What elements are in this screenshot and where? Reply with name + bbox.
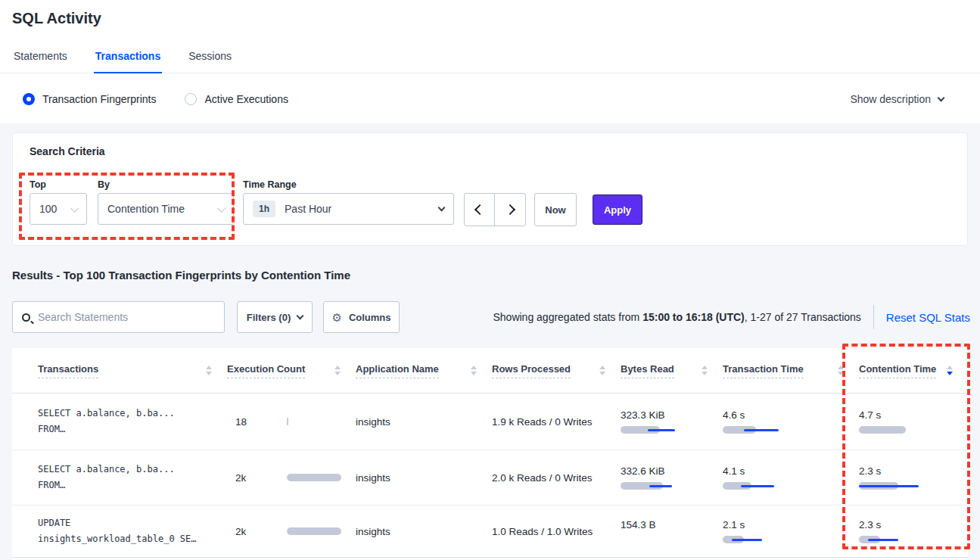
- transactions-table: Transactions Execution Count Application…: [12, 348, 968, 560]
- top-select-value: 100: [39, 203, 57, 215]
- time-range-value: Past Hour: [285, 203, 331, 215]
- contention-time-cell: 2.3 s: [859, 450, 968, 505]
- time-range-select[interactable]: 1h Past Hour: [243, 193, 454, 225]
- radio-selected-icon: [23, 93, 35, 105]
- transaction-time-cell: 4.6 s: [723, 394, 859, 450]
- sort-icon: [702, 366, 708, 375]
- chevron-down-icon: [938, 94, 945, 101]
- time-range-next-button[interactable]: [495, 194, 525, 226]
- view-toggle-bar: Transaction Fingerprints Active Executio…: [0, 74, 980, 123]
- execution-count-cell: 2k: [227, 450, 356, 505]
- transaction-fingerprint-link[interactable]: SELECT a.balance, b.ba... FROM…: [38, 450, 227, 505]
- sql-activity-page: SQL Activity Statements Transactions Ses…: [0, 0, 980, 560]
- columns-button-label: Columns: [349, 312, 391, 323]
- chevron-down-icon: [217, 204, 226, 213]
- time-range-prev-button[interactable]: [465, 194, 495, 226]
- radio-active-executions[interactable]: Active Executions: [185, 93, 288, 105]
- tab-transactions[interactable]: Transactions: [94, 50, 162, 73]
- results-heading: Results - Top 100 Transaction Fingerprin…: [12, 269, 350, 282]
- time-range-arrows: [464, 193, 526, 226]
- sort-icon-active-desc: [947, 366, 953, 375]
- column-header-rows-processed[interactable]: Rows Processed: [492, 363, 621, 378]
- by-label: By: [98, 179, 110, 190]
- transaction-time-bar: [723, 482, 783, 490]
- transaction-fingerprint-link[interactable]: UPDATE insights_workload_table_0 SE…: [38, 506, 227, 557]
- filters-button-label: Filters (0): [247, 312, 291, 323]
- show-description-label: Show description: [850, 93, 931, 105]
- column-header-transaction-time[interactable]: Transaction Time: [723, 363, 859, 378]
- transaction-time-cell: 4.1 s: [723, 450, 859, 505]
- table-row: SELECT a.balance, b.ba... FROM… 2k insig…: [12, 450, 968, 506]
- aggregated-stats-text: Showing aggregated stats from 15:00 to 1…: [493, 311, 860, 323]
- gear-icon: ⚙: [331, 312, 341, 323]
- bytes-read-bar: [621, 426, 681, 434]
- transaction-fingerprint-link[interactable]: SELECT a.balance, b.ba... FROM…: [38, 394, 227, 450]
- execution-count-cell: 18: [227, 394, 356, 450]
- stats-suffix: , 1-27 of 27 Transactions: [745, 311, 861, 323]
- by-select[interactable]: Contention Time: [98, 193, 234, 225]
- table-header-row: Transactions Execution Count Application…: [12, 348, 968, 394]
- column-header-application-name[interactable]: Application Name: [356, 363, 492, 378]
- time-range-label: Time Range: [243, 179, 297, 190]
- execution-count-bar: [287, 418, 347, 425]
- execution-count-cell: 2k: [227, 506, 356, 557]
- bytes-read-bar: [621, 482, 681, 490]
- top-label: Top: [30, 179, 46, 190]
- sort-icon: [599, 366, 605, 375]
- rows-processed-cell: 1.9 k Reads / 0 Writes: [492, 394, 621, 450]
- search-statements-input[interactable]: [38, 311, 215, 323]
- bytes-read-bar: [621, 536, 681, 543]
- search-statements-box: [12, 301, 225, 333]
- time-range-badge: 1h: [253, 201, 275, 217]
- rows-processed-cell: 1.0 Reads / 1.0 Writes: [492, 506, 621, 557]
- application-name-cell: insights: [356, 506, 492, 557]
- execution-count-bar: [287, 527, 347, 535]
- sort-icon: [838, 366, 844, 375]
- columns-button[interactable]: ⚙ Columns: [323, 301, 400, 333]
- table-row: UPDATE insights_workload_table_0 SE… 2k …: [12, 506, 968, 558]
- tab-sessions[interactable]: Sessions: [187, 50, 233, 73]
- search-criteria-heading: Search Criteria: [30, 145, 105, 157]
- toolbar-right: Showing aggregated stats from 15:00 to 1…: [493, 301, 970, 333]
- chevron-left-icon: [474, 204, 484, 215]
- stats-prefix: Showing aggregated stats from: [493, 311, 642, 323]
- contention-time-bar: [859, 536, 919, 543]
- application-name-cell: insights: [356, 394, 492, 450]
- contention-time-bar: [859, 482, 919, 490]
- apply-button[interactable]: Apply: [593, 194, 642, 225]
- table-row: SELECT a.balance, b.ba... FROM… 18 insig…: [12, 394, 968, 450]
- radio-label: Active Executions: [204, 93, 288, 105]
- chevron-down-icon: [70, 204, 79, 213]
- stats-time-range: 15:00 to 16:18 (UTC): [642, 311, 745, 323]
- now-button[interactable]: Now: [534, 193, 577, 226]
- column-header-transactions[interactable]: Transactions: [38, 363, 227, 378]
- radio-transaction-fingerprints[interactable]: Transaction Fingerprints: [23, 93, 156, 105]
- column-header-bytes-read[interactable]: Bytes Read: [621, 363, 723, 378]
- page-header: SQL Activity Statements Transactions Ses…: [0, 0, 980, 73]
- column-header-contention-time[interactable]: Contention Time: [859, 363, 968, 378]
- transaction-time-cell: 2.1 s: [723, 506, 859, 557]
- search-icon: [22, 313, 30, 322]
- contention-time-bar: [859, 426, 919, 434]
- sort-icon: [471, 366, 477, 375]
- top-select[interactable]: 100: [30, 193, 87, 225]
- show-description-toggle[interactable]: Show description: [850, 93, 957, 105]
- contention-time-cell: 2.3 s: [859, 506, 968, 557]
- transaction-time-bar: [723, 536, 783, 543]
- radio-label: Transaction Fingerprints: [42, 93, 156, 105]
- rows-processed-cell: 2.0 k Reads / 0 Writes: [492, 450, 621, 505]
- transaction-time-bar: [723, 426, 783, 434]
- sort-icon: [206, 366, 212, 375]
- tab-statements[interactable]: Statements: [12, 50, 69, 73]
- bytes-read-cell: 323.3 KiB: [621, 394, 723, 450]
- search-criteria-card: Search Criteria Top By Time Range 100 Co…: [12, 132, 968, 246]
- by-select-value: Contention Time: [107, 203, 185, 215]
- column-header-execution-count[interactable]: Execution Count: [227, 363, 356, 378]
- chevron-down-icon: [297, 313, 304, 320]
- bytes-read-cell: 332.6 KiB: [621, 450, 723, 505]
- sort-icon: [334, 366, 341, 375]
- reset-sql-stats-link[interactable]: Reset SQL Stats: [886, 311, 970, 324]
- execution-count-bar: [287, 474, 347, 481]
- radio-unselected-icon: [185, 93, 197, 105]
- filters-button[interactable]: Filters (0): [237, 301, 313, 333]
